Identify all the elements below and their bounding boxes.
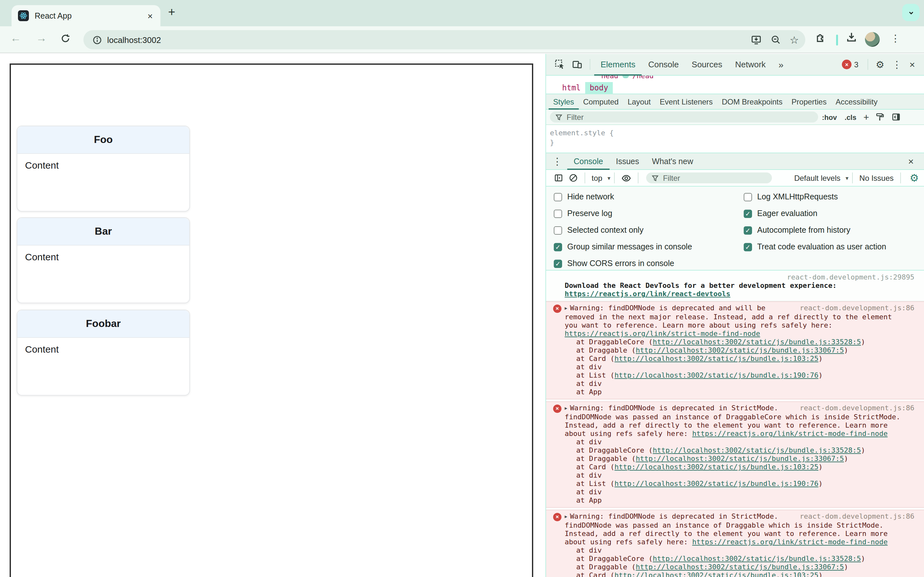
console-tab-console[interactable]: Console (567, 153, 610, 169)
checkbox-checked[interactable]: ✓ (744, 226, 752, 234)
tab-close-icon[interactable]: × (146, 11, 154, 21)
styles-tab-dom-breakpoints[interactable]: DOM Breakpoints (717, 94, 787, 109)
checkbox-checked[interactable]: ✓ (744, 243, 752, 251)
inspect-element-icon[interactable] (554, 59, 565, 70)
card-foo[interactable]: FooContent (17, 126, 190, 211)
message-link[interactable]: https://reactjs.org/link/strict-mode-fin… (692, 538, 887, 546)
error-badge-icon[interactable]: × (842, 60, 851, 69)
console-info-message[interactable]: react-dom.development.js:29895Download t… (546, 271, 924, 301)
styles-tab-event-listeners[interactable]: Event Listeners (655, 94, 717, 109)
setting-hide-network[interactable]: Hide network (554, 189, 744, 205)
element-style-block[interactable]: element.style { } (546, 125, 924, 153)
setting-log-xmlhttprequests[interactable]: Log XMLHttpRequests (744, 189, 924, 205)
issues-counter[interactable]: No Issues (859, 173, 894, 182)
styles-tab-properties[interactable]: Properties (787, 94, 831, 109)
rendering-brush-icon[interactable] (876, 112, 885, 122)
context-selector[interactable]: top (591, 173, 602, 182)
console-filter-input[interactable]: Filter (646, 172, 772, 183)
drawer-close-icon[interactable]: × (908, 156, 914, 167)
drawer-menu-icon[interactable]: ⋮ (552, 155, 562, 167)
more-tabs-icon[interactable]: » (772, 53, 790, 75)
devtools-tab-sources[interactable]: Sources (685, 53, 729, 75)
devtools-tab-console[interactable]: Console (642, 53, 685, 75)
bookmark-star-icon[interactable]: ☆ (790, 34, 799, 46)
tab-search-button[interactable] (902, 4, 919, 21)
styles-tab-accessibility[interactable]: Accessibility (831, 94, 882, 109)
message-link[interactable]: https://reactjs.org/link/strict-mode-fin… (692, 430, 887, 438)
message-link[interactable]: https://reactjs.org/link/react-devtools (565, 290, 730, 298)
checkbox-unchecked[interactable] (554, 210, 562, 218)
console-warning-message[interactable]: ×react-dom.development.js:86▶Warning: fi… (546, 401, 924, 508)
card-bar[interactable]: BarContent (17, 218, 190, 303)
expand-triangle-icon[interactable]: ▶ (565, 514, 567, 519)
log-levels-dropdown[interactable]: Default levels (794, 173, 840, 182)
devtools-tab-elements[interactable]: Elements (594, 53, 642, 75)
console-warning-message[interactable]: ×react-dom.development.js:86▶Warning: fi… (546, 301, 924, 400)
source-location[interactable]: react-dom.development.js:86 (800, 304, 914, 312)
stack-link[interactable]: http://localhost:3002/static/js/bundle.j… (614, 355, 819, 363)
toggle-sidebar-icon[interactable] (892, 112, 901, 122)
setting-show-cors-errors-in-console[interactable]: ✓Show CORS errors in console (554, 255, 744, 272)
url-bar[interactable]: localhost:3002 ☆ (83, 30, 805, 49)
card-foobar[interactable]: FoobarContent (17, 309, 190, 396)
console-settings-gear-icon[interactable]: ⚙ (909, 172, 919, 184)
setting-treat-code-evaluation-as-user-action[interactable]: ✓Treat code evaluation as user action (744, 239, 924, 255)
setting-group-similar-messages-in-console[interactable]: ✓Group similar messages in console (554, 239, 744, 255)
console-tab-what-s-new[interactable]: What's new (646, 153, 699, 169)
stack-link[interactable]: http://localhost:3002/static/js/bundle.j… (653, 554, 861, 563)
new-style-rule-icon[interactable]: + (863, 111, 869, 122)
stack-link[interactable]: http://localhost:3002/static/js/bundle.j… (614, 480, 819, 488)
source-location[interactable]: react-dom.development.js:86 (800, 512, 914, 521)
setting-selected-context-only[interactable]: Selected context only (554, 222, 744, 239)
breadcrumb-body[interactable]: body (585, 82, 613, 94)
url-text[interactable]: localhost:3002 (107, 35, 741, 45)
checkbox-checked[interactable]: ✓ (554, 243, 562, 251)
console-sidebar-icon[interactable] (554, 173, 564, 183)
browser-menu-icon[interactable]: ⋮ (891, 33, 900, 44)
checkbox-unchecked[interactable] (554, 226, 562, 234)
stack-link[interactable]: http://localhost:3002/static/js/bundle.j… (636, 346, 844, 355)
device-toolbar-icon[interactable] (572, 59, 583, 70)
checkbox-unchecked[interactable] (744, 193, 752, 201)
devtools-close-icon[interactable]: × (909, 59, 915, 70)
site-info-icon[interactable] (92, 35, 102, 45)
stack-link[interactable]: http://localhost:3002/static/js/bundle.j… (614, 371, 819, 380)
styles-tab-computed[interactable]: Computed (578, 94, 623, 109)
console-warning-message[interactable]: ×react-dom.development.js:86▶Warning: fi… (546, 510, 924, 577)
checkbox-checked[interactable]: ✓ (744, 210, 752, 218)
styles-tab-styles[interactable]: Styles (549, 94, 578, 109)
browser-tab[interactable]: React App × (11, 5, 160, 26)
forward-button[interactable]: → (36, 32, 47, 45)
zoom-out-icon[interactable] (771, 35, 780, 45)
install-app-icon[interactable] (750, 34, 761, 45)
stack-link[interactable]: http://localhost:3002/static/js/bundle.j… (653, 446, 861, 455)
stack-link[interactable]: http://localhost:3002/static/js/bundle.j… (614, 571, 819, 577)
expand-triangle-icon[interactable]: ▶ (565, 306, 567, 311)
stack-link[interactable]: http://localhost:3002/static/js/bundle.j… (653, 338, 861, 346)
console-tab-issues[interactable]: Issues (610, 153, 646, 169)
stack-link[interactable]: http://localhost:3002/static/js/bundle.j… (636, 455, 844, 463)
devtools-settings-gear-icon[interactable]: ⚙ (876, 59, 885, 70)
toggle-class-editor[interactable]: .cls (845, 113, 856, 121)
setting-autocomplete-from-history[interactable]: ✓Autocomplete from history (744, 222, 924, 239)
setting-preserve-log[interactable]: Preserve log (554, 205, 744, 222)
stack-link[interactable]: http://localhost:3002/static/js/bundle.j… (614, 463, 819, 471)
clear-console-icon[interactable] (569, 173, 578, 183)
live-expression-eye-icon[interactable] (621, 173, 632, 183)
extensions-puzzle-icon[interactable] (815, 31, 827, 43)
stack-link[interactable]: http://localhost:3002/static/js/bundle.j… (636, 563, 844, 571)
source-location[interactable]: react-dom.development.js:29895 (565, 273, 914, 282)
checkbox-checked[interactable]: ✓ (554, 259, 562, 268)
message-link[interactable]: https://reactjs.org/link/strict-mode-fin… (565, 330, 760, 338)
error-count[interactable]: 3 (854, 60, 858, 69)
devtools-menu-icon[interactable]: ⋮ (892, 59, 901, 70)
toggle-hover-state[interactable]: :hov (822, 113, 837, 121)
devtools-tab-network[interactable]: Network (729, 53, 772, 75)
downloads-icon[interactable] (846, 31, 857, 43)
styles-filter-input[interactable]: Filter (550, 111, 818, 122)
reload-button[interactable] (60, 33, 71, 44)
profile-avatar[interactable] (865, 32, 880, 47)
expand-triangle-icon[interactable]: ▶ (565, 406, 567, 411)
breadcrumb-html[interactable]: html (557, 82, 585, 94)
source-location[interactable]: react-dom.development.js:86 (800, 404, 914, 412)
